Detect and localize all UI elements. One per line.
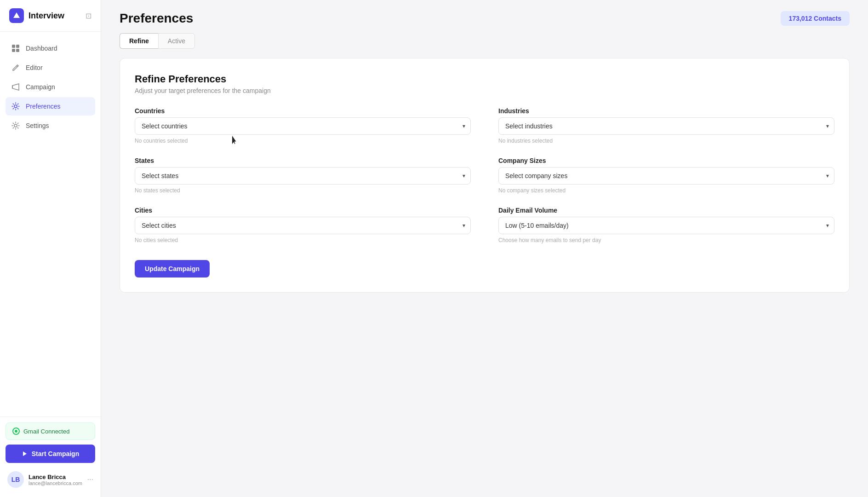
countries-group: Countries Select countries United States…	[135, 107, 471, 144]
update-campaign-button[interactable]: Update Campaign	[135, 260, 210, 277]
company-sizes-select[interactable]: Select company sizes 1-10 11-50 51-200 2…	[498, 167, 834, 185]
start-campaign-label: Start Campaign	[32, 450, 79, 457]
daily-email-volume-select[interactable]: Low (5-10 emails/day) Medium (10-20 emai…	[498, 217, 834, 234]
daily-email-volume-label: Daily Email Volume	[498, 207, 834, 214]
cities-hint: No cities selected	[135, 237, 471, 243]
play-icon	[22, 451, 28, 457]
company-sizes-hint: No company sizes selected	[498, 187, 834, 194]
settings-label: Settings	[26, 122, 49, 129]
page-title: Preferences	[120, 11, 193, 26]
svg-rect-2	[12, 49, 15, 52]
cities-label: Cities	[135, 207, 471, 214]
daily-email-volume-hint: Choose how many emails to send per day	[498, 237, 834, 243]
dashboard-icon	[11, 44, 20, 53]
app-logo-icon	[9, 8, 24, 23]
company-sizes-select-wrapper: Select company sizes 1-10 11-50 51-200 2…	[498, 167, 834, 185]
svg-rect-1	[16, 45, 19, 48]
sidebar-item-editor[interactable]: Editor	[6, 58, 95, 77]
states-select[interactable]: Select states California New York Texas …	[135, 167, 471, 185]
preferences-card: Refine Preferences Adjust your target pr…	[120, 58, 850, 293]
industries-label: Industries	[498, 107, 834, 115]
layout-icon[interactable]: ⊡	[86, 12, 91, 20]
industries-group: Industries Select industries Technology …	[498, 107, 834, 144]
gmail-connected-label: Gmail Connected	[23, 428, 69, 435]
card-title: Refine Preferences	[135, 73, 834, 85]
user-info: Lance Bricca lance@lancebricca.com	[29, 474, 83, 486]
sidebar-item-settings[interactable]: Settings	[6, 116, 95, 135]
daily-email-volume-select-wrapper: Low (5-10 emails/day) Medium (10-20 emai…	[498, 217, 834, 234]
company-sizes-label: Company Sizes	[498, 157, 834, 164]
user-email: lance@lancebricca.com	[29, 480, 83, 486]
tab-active[interactable]: Active	[158, 33, 195, 49]
sidebar-item-preferences[interactable]: Preferences	[6, 97, 95, 116]
industries-select[interactable]: Select industries Technology Finance Hea…	[498, 117, 834, 135]
update-button-wrapper: Update Campaign	[135, 256, 834, 277]
sidebar-bottom: Gmail Connected Start Campaign LB Lance …	[0, 416, 101, 497]
tab-refine[interactable]: Refine	[120, 33, 158, 49]
preferences-icon	[11, 102, 20, 111]
states-label: States	[135, 157, 471, 164]
svg-rect-3	[16, 49, 19, 52]
editor-icon	[11, 63, 20, 72]
preferences-label: Preferences	[26, 103, 60, 110]
cities-group: Cities Select cities San Francisco New Y…	[135, 207, 471, 243]
countries-hint: No countries selected	[135, 138, 471, 144]
user-section: LB Lance Bricca lance@lancebricca.com ··…	[6, 468, 95, 491]
start-campaign-button[interactable]: Start Campaign	[6, 445, 95, 463]
settings-icon	[11, 121, 20, 130]
user-name: Lance Bricca	[29, 474, 83, 480]
gmail-connected-badge: Gmail Connected	[6, 422, 95, 440]
industries-hint: No industries selected	[498, 138, 834, 144]
states-hint: No states selected	[135, 187, 471, 194]
tabs: Refine Active	[101, 33, 868, 49]
cities-select-wrapper: Select cities San Francisco New York Los…	[135, 217, 471, 234]
svg-rect-0	[12, 45, 15, 48]
sidebar-item-campaign[interactable]: Campaign	[6, 78, 95, 96]
daily-email-volume-group: Daily Email Volume Low (5-10 emails/day)…	[498, 207, 834, 243]
sidebar-nav: Dashboard Editor Campaign	[0, 32, 101, 416]
avatar: LB	[7, 471, 24, 488]
campaign-label: Campaign	[26, 83, 55, 91]
sidebar: Interview ⊡ Dashboard Editor	[0, 0, 101, 497]
user-initials: LB	[11, 476, 20, 483]
countries-select-wrapper: Select countries United States Canada Un…	[135, 117, 471, 135]
cities-select[interactable]: Select cities San Francisco New York Los…	[135, 217, 471, 234]
company-sizes-group: Company Sizes Select company sizes 1-10 …	[498, 157, 834, 194]
user-menu-icon[interactable]: ···	[87, 475, 93, 484]
countries-label: Countries	[135, 107, 471, 115]
states-select-wrapper: Select states California New York Texas …	[135, 167, 471, 185]
gmail-status-icon	[12, 428, 20, 435]
industries-select-wrapper: Select industries Technology Finance Hea…	[498, 117, 834, 135]
main-header: Preferences 173,012 Contacts	[101, 0, 868, 33]
campaign-icon	[11, 82, 20, 92]
states-group: States Select states California New York…	[135, 157, 471, 194]
preferences-form: Countries Select countries United States…	[135, 107, 834, 277]
editor-label: Editor	[26, 64, 43, 71]
sidebar-item-dashboard[interactable]: Dashboard	[6, 39, 95, 58]
card-subtitle: Adjust your target preferences for the c…	[135, 87, 834, 94]
app-name: Interview	[29, 11, 64, 21]
svg-point-4	[14, 105, 17, 108]
contacts-badge: 173,012 Contacts	[781, 11, 850, 26]
main-content: Preferences 173,012 Contacts Refine Acti…	[101, 0, 868, 497]
countries-select[interactable]: Select countries United States Canada Un…	[135, 117, 471, 135]
dashboard-label: Dashboard	[26, 45, 57, 52]
sidebar-logo: Interview ⊡	[0, 0, 101, 32]
svg-point-5	[14, 124, 17, 127]
content-area: Refine Preferences Adjust your target pr…	[101, 58, 868, 311]
